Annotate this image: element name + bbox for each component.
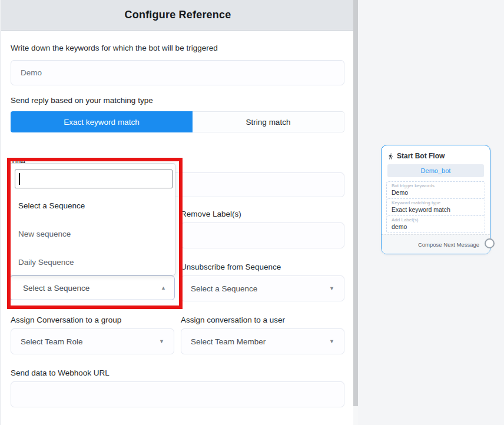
field-label: Bot trigger keywords [392, 183, 480, 189]
connection-handle[interactable] [485, 238, 495, 248]
assign-group-label: Assign Conversation to a group [11, 316, 121, 324]
unsubscribe-sequence-label: Unsubscribe from Sequence [181, 263, 281, 271]
chevron-down-icon: ▼ [159, 339, 164, 344]
sequence-option[interactable]: Daily Sequence [10, 253, 175, 271]
flow-canvas[interactable]: Start Bot Flow Demo_bot Bot trigger keyw… [358, 0, 504, 425]
field-label: Add Label(s) [392, 217, 480, 223]
chevron-down-icon: ▼ [329, 286, 334, 291]
vertical-scrollbar[interactable] [353, 0, 358, 425]
keywords-input[interactable] [11, 60, 344, 85]
card-field-row: Add Label(s) demo [386, 215, 485, 233]
remove-labels-input[interactable] [181, 223, 344, 248]
sequence-dropdown-panel: Select a Sequence New sequence Daily Seq… [9, 163, 175, 275]
compose-next-message-action[interactable]: Compose Next Message [382, 234, 490, 254]
subscribe-sequence-value: Select a Sequence [23, 284, 89, 293]
remove-labels-label: Remove Label(s) [181, 210, 241, 218]
panel-header: Configure Reference [1, 0, 354, 31]
field-value: Demo [392, 189, 480, 197]
scrollbar-thumb[interactable] [353, 0, 358, 406]
assign-user-value: Select Team Member [191, 337, 266, 346]
text-cursor [19, 173, 20, 185]
chevron-down-icon: ▼ [329, 339, 334, 344]
field-value: Exact keyword match [392, 206, 480, 214]
card-field-row: Bot trigger keywords Demo [386, 181, 485, 199]
unsubscribe-sequence-select[interactable]: Select a Sequence ▼ [181, 275, 344, 301]
sequence-option[interactable]: New sequence [10, 225, 175, 243]
tab-exact-keyword-match[interactable]: Exact keyword match [11, 111, 193, 132]
assign-group-select[interactable]: Select Team Role ▼ [11, 328, 174, 354]
assign-group-value: Select Team Role [21, 337, 83, 346]
walking-person-icon [387, 152, 394, 160]
configure-panel: Configure Reference Write down the keywo… [0, 0, 353, 425]
card-title: Start Bot Flow [397, 152, 445, 160]
assign-user-label: Assign conversation to a user [181, 316, 285, 324]
bot-name-pill[interactable]: Demo_bot [387, 164, 484, 177]
chevron-up-icon: ▲ [161, 285, 166, 291]
card-header: Start Bot Flow [382, 145, 490, 164]
tab-string-match[interactable]: String match [193, 111, 344, 132]
matching-type-label: Send reply based on your matching type [11, 96, 153, 105]
sequence-option[interactable]: Select a Sequence [10, 197, 175, 214]
webhook-url-label: Send data to Webhook URL [11, 368, 110, 377]
sequence-search-input[interactable] [15, 170, 173, 188]
start-bot-flow-card[interactable]: Start Bot Flow Demo_bot Bot trigger keyw… [381, 145, 490, 254]
field-label: Keyword matching type [392, 200, 480, 206]
matching-type-tabs: Exact keyword match String match [11, 111, 344, 132]
card-fields: Bot trigger keywords Demo Keyword matchi… [386, 181, 485, 233]
unsubscribe-sequence-value: Select a Sequence [191, 284, 257, 293]
keywords-label: Write down the keywords for which the bo… [11, 44, 218, 52]
card-field-row: Keyword matching type Exact keyword matc… [386, 198, 485, 216]
page-title: Configure Reference [125, 9, 231, 21]
field-value: demo [392, 223, 480, 231]
assign-user-select[interactable]: Select Team Member ▼ [181, 328, 344, 354]
subscribe-sequence-select[interactable]: Select a Sequence ▲ [9, 275, 175, 300]
webhook-url-input[interactable] [11, 381, 344, 407]
